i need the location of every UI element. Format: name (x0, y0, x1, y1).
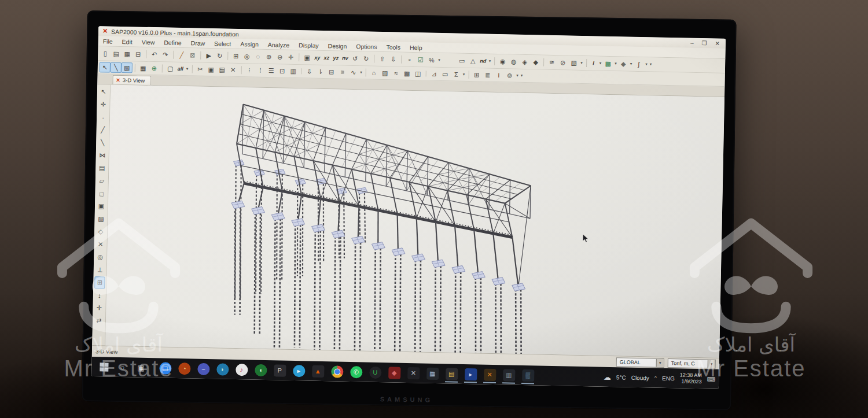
assign-pattern-icon[interactable]: ∿ (348, 67, 359, 77)
refresh-view-icon[interactable]: ↻ (214, 50, 225, 61)
quick-area-icon[interactable]: ▣ (96, 200, 106, 212)
dropdown-arrow-icon[interactable]: ▾ (645, 62, 648, 66)
view-3d-icon[interactable]: ▣ (301, 52, 312, 62)
coord-system-dropdown-icon[interactable]: ▼ (656, 358, 664, 367)
taskbar-music-icon[interactable]: ♪ (233, 361, 251, 379)
link-assign-icon[interactable]: ▥ (288, 66, 299, 76)
taskbar-chrome-icon[interactable] (328, 362, 346, 380)
all-label[interactable]: all (176, 64, 185, 74)
extrude-icon[interactable]: ▨ (568, 57, 579, 68)
dropdown-arrow-icon[interactable]: ▾ (186, 66, 189, 71)
snap-intersections-icon[interactable]: ⊥ (95, 264, 105, 276)
dropdown-arrow-icon[interactable]: ▾ (360, 70, 362, 75)
object-options-icon[interactable]: ▫ (404, 54, 415, 65)
axes-icon[interactable]: ⊕ (149, 63, 160, 73)
touch-keyboard-icon[interactable]: ⌨ (707, 376, 716, 382)
save-icon[interactable]: ▦ (122, 49, 133, 59)
move-down-list-icon[interactable]: ⇩ (388, 54, 399, 64)
dropdown-arrow-icon[interactable]: ▾ (521, 73, 523, 78)
model-canvas[interactable] (105, 85, 724, 358)
menu-select[interactable]: Select (209, 39, 236, 48)
draw-quad-icon[interactable]: ▱ (97, 175, 107, 187)
snap-joints-ends-icon[interactable]: ✕ (95, 238, 105, 250)
menu-define[interactable]: Define (159, 38, 186, 47)
units-dropdown-icon[interactable]: ▼ (708, 360, 715, 368)
menu-help[interactable]: Help (405, 43, 427, 51)
select-window-icon[interactable]: ╲ (111, 62, 122, 73)
zoom-in-icon[interactable]: ⊕ (263, 51, 274, 62)
snap-lines-edges-icon[interactable]: ↕ (94, 289, 105, 301)
draw-frame-icon[interactable]: ╱ (97, 124, 108, 136)
view-yz-button[interactable]: yz (331, 53, 340, 63)
taskbar-discord-icon[interactable]: ⌣ (194, 360, 212, 378)
assign-area-loads-icon[interactable]: ⊟ (326, 66, 337, 77)
language-indicator[interactable]: ENG (662, 375, 675, 381)
draw-joint-icon[interactable]: · (98, 111, 108, 123)
view-xz-button[interactable]: xz (322, 53, 331, 63)
select-poly-icon[interactable]: ▧ (122, 62, 133, 73)
pan-icon[interactable]: ✛ (285, 52, 296, 62)
delete-icon[interactable]: ✕ (227, 65, 238, 75)
dropdown-arrow-icon[interactable]: ▾ (438, 58, 440, 62)
dropdown-arrow-icon[interactable]: ▾ (489, 59, 491, 64)
snap-midpoints-icon[interactable]: ◎ (95, 251, 105, 263)
paste-icon[interactable]: ▤ (216, 64, 227, 75)
draw-rect-area-icon[interactable]: □ (96, 187, 106, 199)
taskbar-sharex-icon[interactable]: ◖ (252, 361, 270, 379)
show-undeformed-icon[interactable]: ⌂ (369, 68, 380, 78)
copy-icon[interactable]: ▣ (205, 64, 216, 75)
coord-system-combo[interactable]: GLOBAL ▼ (616, 357, 664, 368)
merge-icon[interactable]: ≋ (546, 57, 557, 68)
area-section-icon[interactable]: ▩ (602, 58, 613, 69)
taskbar-app-window2-icon[interactable]: ▒ (519, 367, 537, 384)
rubber-band-zoom-icon[interactable]: ⊞ (230, 51, 241, 61)
assign-temp-icon[interactable]: ≡ (337, 66, 348, 77)
menu-draw[interactable]: Draw (186, 39, 210, 47)
taskbar-calculator-icon[interactable]: ▦ (424, 365, 442, 383)
taskbar-adobe-icon[interactable]: ◆ (385, 364, 403, 382)
taskbar-edge-icon[interactable]: ◗ (214, 360, 231, 378)
draw-solid-icon[interactable]: ◇ (95, 225, 106, 238)
menu-analyze[interactable]: Analyze (263, 40, 295, 49)
taskbar-vlc-icon[interactable]: ▲ (309, 362, 327, 380)
dropdown-arrow-icon[interactable]: ▾ (463, 72, 465, 77)
section-cut-icon[interactable]: Ι (493, 70, 504, 80)
rebar-icon[interactable]: ◆ (618, 58, 629, 69)
view-nv-button[interactable]: nv (340, 53, 350, 64)
table-icon[interactable]: ⊞ (471, 69, 482, 80)
taskbar-firefox-icon[interactable]: ◔ (175, 360, 193, 378)
weather-temp[interactable]: 5°C (616, 374, 626, 380)
move-up-list-icon[interactable]: ⇧ (377, 54, 388, 64)
taskbar-xsplit-icon[interactable]: ✕ (404, 364, 422, 382)
menu-design[interactable]: Design (323, 41, 351, 50)
taskbar-app-window1-icon[interactable]: ▥ (500, 366, 518, 384)
taskbar-paint-icon[interactable]: P (271, 361, 289, 379)
new-model-icon[interactable]: ▯ (100, 48, 111, 58)
taskbar-file-explorer-icon[interactable]: ▤ (443, 365, 461, 383)
taskbar-utorrent-icon[interactable]: U (366, 364, 384, 382)
menu-file[interactable]: File (98, 37, 117, 46)
frame-section-icon[interactable]: I (589, 58, 598, 68)
snap-grid-icon[interactable]: ⊞ (94, 276, 105, 288)
menu-edit[interactable]: Edit (117, 37, 137, 46)
taskbar-telegram-icon[interactable]: ▸ (290, 362, 308, 380)
dropdown-arrow-icon[interactable]: ▾ (630, 62, 632, 66)
tray-chevron-icon[interactable]: ^ (654, 375, 657, 381)
grid-icon[interactable]: ▦ (138, 63, 149, 73)
show-misc-icon[interactable]: ◫ (413, 68, 424, 79)
draw-frame-icon[interactable]: △ (468, 56, 479, 66)
show-deformed-icon[interactable]: ≈ (391, 68, 402, 78)
weather-icon[interactable]: ☁ (604, 372, 611, 381)
select-arrow-icon[interactable]: ↖ (100, 62, 111, 72)
menu-tools[interactable]: Tools (381, 42, 405, 51)
show-forces-icon[interactable]: ▩ (402, 68, 413, 79)
assign-joint-loads-icon[interactable]: ⇩ (304, 66, 315, 76)
zoom-full-icon[interactable]: ◎ (241, 51, 252, 61)
draw-braces-icon[interactable]: ⋈ (97, 149, 108, 161)
dropdown-arrow-icon[interactable]: ▾ (580, 61, 583, 65)
snap-axes-icon[interactable]: ◆ (530, 57, 541, 67)
group-icon[interactable]: ⊚ (504, 70, 515, 80)
start-button[interactable] (95, 358, 113, 376)
weather-condition[interactable]: Cloudy (631, 374, 649, 381)
design-combo-icon[interactable]: Σ (451, 69, 462, 79)
